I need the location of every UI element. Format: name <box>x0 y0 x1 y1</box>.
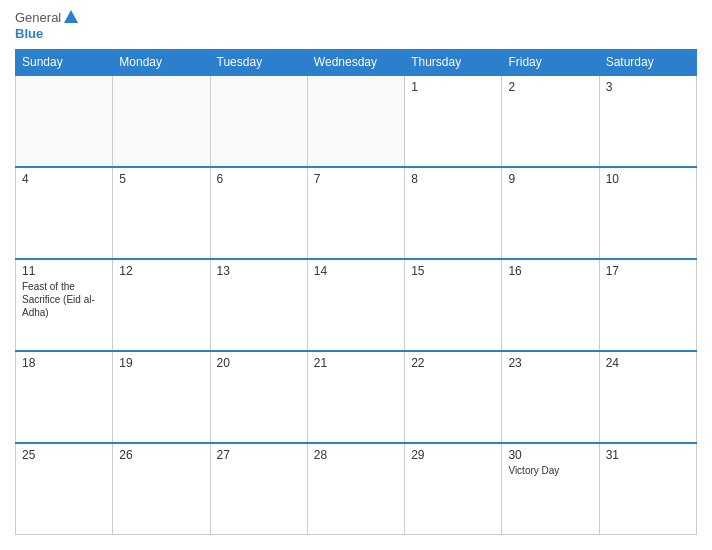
calendar-cell: 26 <box>113 443 210 535</box>
calendar-cell: 2 <box>502 75 599 167</box>
calendar-cell: 17 <box>599 259 696 351</box>
calendar-cell: 6 <box>210 167 307 259</box>
day-number: 4 <box>22 172 106 186</box>
day-number: 9 <box>508 172 592 186</box>
column-header-saturday: Saturday <box>599 50 696 76</box>
calendar-cell: 5 <box>113 167 210 259</box>
calendar-cell: 8 <box>405 167 502 259</box>
calendar-cell: 24 <box>599 351 696 443</box>
day-number: 27 <box>217 448 301 462</box>
calendar-cell: 30Victory Day <box>502 443 599 535</box>
week-row-4: 252627282930Victory Day31 <box>16 443 697 535</box>
week-row-0: 123 <box>16 75 697 167</box>
day-number: 31 <box>606 448 690 462</box>
logo-triangle-icon <box>64 10 78 23</box>
calendar-cell: 15 <box>405 259 502 351</box>
column-header-thursday: Thursday <box>405 50 502 76</box>
logo-blue: Blue <box>15 26 78 42</box>
calendar-cell: 21 <box>307 351 404 443</box>
day-number: 14 <box>314 264 398 278</box>
calendar-cell: 22 <box>405 351 502 443</box>
day-number: 29 <box>411 448 495 462</box>
day-number: 17 <box>606 264 690 278</box>
day-number: 23 <box>508 356 592 370</box>
day-number: 30 <box>508 448 592 462</box>
day-number: 5 <box>119 172 203 186</box>
calendar-cell: 12 <box>113 259 210 351</box>
calendar-cell: 29 <box>405 443 502 535</box>
day-number: 20 <box>217 356 301 370</box>
calendar-cell: 7 <box>307 167 404 259</box>
calendar-cell: 14 <box>307 259 404 351</box>
day-number: 8 <box>411 172 495 186</box>
calendar-cell: 9 <box>502 167 599 259</box>
week-row-2: 11Feast of the Sacrifice (Eid al-Adha)12… <box>16 259 697 351</box>
column-header-monday: Monday <box>113 50 210 76</box>
calendar-cell: 31 <box>599 443 696 535</box>
holiday-name: Feast of the Sacrifice (Eid al-Adha) <box>22 280 106 319</box>
calendar-cell <box>210 75 307 167</box>
logo: General Blue <box>15 10 78 41</box>
calendar-cell <box>16 75 113 167</box>
calendar-cell <box>307 75 404 167</box>
day-number: 18 <box>22 356 106 370</box>
calendar-cell: 16 <box>502 259 599 351</box>
day-number: 7 <box>314 172 398 186</box>
day-number: 25 <box>22 448 106 462</box>
day-number: 19 <box>119 356 203 370</box>
calendar-cell: 23 <box>502 351 599 443</box>
calendar-cell: 13 <box>210 259 307 351</box>
week-row-1: 45678910 <box>16 167 697 259</box>
calendar-cell: 25 <box>16 443 113 535</box>
day-number: 13 <box>217 264 301 278</box>
day-number: 28 <box>314 448 398 462</box>
column-header-tuesday: Tuesday <box>210 50 307 76</box>
day-number: 22 <box>411 356 495 370</box>
day-number: 3 <box>606 80 690 94</box>
calendar-table: SundayMondayTuesdayWednesdayThursdayFrid… <box>15 49 697 535</box>
calendar-container: General Blue SundayMondayTuesdayWednesda… <box>0 0 712 550</box>
day-number: 2 <box>508 80 592 94</box>
calendar-header-row: SundayMondayTuesdayWednesdayThursdayFrid… <box>16 50 697 76</box>
day-number: 21 <box>314 356 398 370</box>
day-number: 24 <box>606 356 690 370</box>
calendar-cell: 27 <box>210 443 307 535</box>
day-number: 11 <box>22 264 106 278</box>
column-header-wednesday: Wednesday <box>307 50 404 76</box>
calendar-body: 1234567891011Feast of the Sacrifice (Eid… <box>16 75 697 534</box>
day-number: 12 <box>119 264 203 278</box>
calendar-cell: 11Feast of the Sacrifice (Eid al-Adha) <box>16 259 113 351</box>
calendar-cell <box>113 75 210 167</box>
day-number: 6 <box>217 172 301 186</box>
day-number: 16 <box>508 264 592 278</box>
calendar-cell: 19 <box>113 351 210 443</box>
column-header-friday: Friday <box>502 50 599 76</box>
week-row-3: 18192021222324 <box>16 351 697 443</box>
calendar-cell: 28 <box>307 443 404 535</box>
calendar-header: General Blue <box>15 10 697 41</box>
column-header-sunday: Sunday <box>16 50 113 76</box>
logo-general: General <box>15 10 61 26</box>
day-number: 1 <box>411 80 495 94</box>
calendar-cell: 3 <box>599 75 696 167</box>
day-number: 26 <box>119 448 203 462</box>
day-number: 10 <box>606 172 690 186</box>
calendar-cell: 18 <box>16 351 113 443</box>
holiday-name: Victory Day <box>508 464 592 477</box>
day-number: 15 <box>411 264 495 278</box>
calendar-cell: 10 <box>599 167 696 259</box>
calendar-cell: 4 <box>16 167 113 259</box>
calendar-cell: 20 <box>210 351 307 443</box>
calendar-cell: 1 <box>405 75 502 167</box>
